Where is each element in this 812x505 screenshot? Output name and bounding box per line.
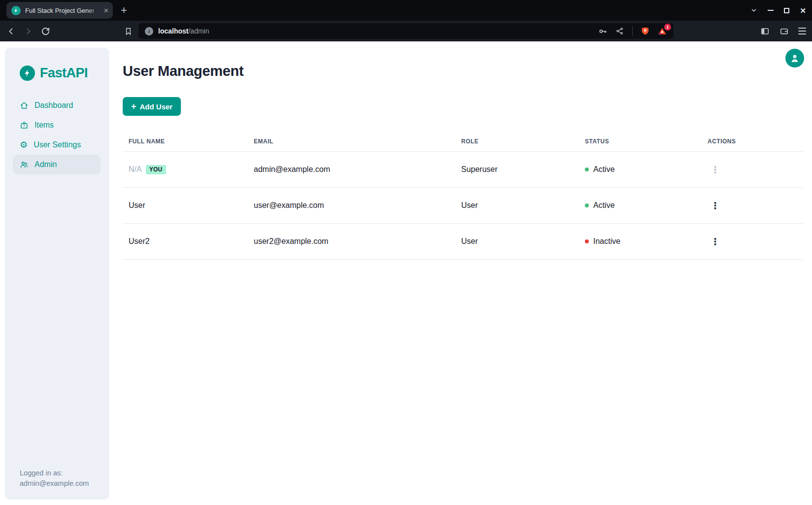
url-bar[interactable]: i localhost/admin 1 bbox=[138, 23, 674, 39]
add-user-button[interactable]: + Add User bbox=[123, 97, 181, 116]
tab-close-icon[interactable]: ✕ bbox=[103, 7, 109, 14]
sidebar: FastAPI Dashboard Items ⚙ User Settings bbox=[5, 48, 109, 500]
status-dot-inactive bbox=[585, 239, 589, 243]
fastapi-logo: FastAPI bbox=[20, 66, 109, 81]
page-title: User Management bbox=[123, 41, 803, 79]
cell-role: User bbox=[455, 237, 579, 246]
column-header-email: EMAIL bbox=[248, 138, 455, 145]
cell-full-name: User2 bbox=[123, 237, 248, 246]
rewards-notification-badge: 1 bbox=[664, 24, 671, 31]
column-header-role: ROLE bbox=[455, 138, 579, 145]
brave-rewards-icon[interactable]: 1 bbox=[657, 27, 667, 36]
url-text[interactable]: localhost/admin bbox=[158, 27, 209, 35]
toolbar-divider bbox=[632, 26, 633, 36]
cell-full-name: N/A YOU bbox=[123, 165, 248, 174]
cell-email: user@example.com bbox=[248, 201, 455, 210]
logged-in-email: admin@example.com bbox=[20, 478, 89, 489]
cell-email: user2@example.com bbox=[248, 237, 455, 246]
cell-email: admin@example.com bbox=[248, 165, 455, 174]
column-header-full-name: FULL NAME bbox=[123, 138, 248, 145]
person-icon bbox=[789, 53, 800, 64]
url-host: localhost bbox=[158, 27, 188, 35]
back-icon[interactable] bbox=[6, 26, 16, 36]
add-user-label: Add User bbox=[140, 102, 173, 111]
status-value: Active bbox=[593, 165, 615, 174]
row-actions-menu-icon[interactable]: ⋮ bbox=[702, 236, 803, 247]
logged-in-label: Logged in as: bbox=[20, 468, 89, 478]
cell-role: User bbox=[455, 201, 579, 210]
full-name-value: N/A bbox=[129, 165, 142, 174]
sidebar-item-label: Admin bbox=[34, 160, 57, 169]
new-tab-button[interactable]: + bbox=[121, 5, 127, 16]
cell-status: Inactive bbox=[579, 237, 702, 246]
table-row: N/A YOU admin@example.com Superuser Acti… bbox=[123, 152, 803, 188]
tab-title-fade bbox=[87, 2, 100, 19]
user-avatar-button[interactable] bbox=[785, 49, 804, 67]
main-area: User Management + Add User FULL NAME EMA… bbox=[123, 41, 812, 260]
browser-toolbar: i localhost/admin 1 bbox=[0, 21, 812, 41]
table-header-row: FULL NAME EMAIL ROLE STATUS ACTIONS bbox=[123, 132, 803, 152]
fastapi-bolt-icon bbox=[20, 66, 35, 81]
reload-icon[interactable] bbox=[40, 26, 50, 36]
password-key-icon[interactable] bbox=[598, 26, 608, 36]
sidebar-item-label: Items bbox=[34, 121, 54, 130]
wallet-icon[interactable] bbox=[779, 26, 789, 36]
status-dot-active bbox=[585, 203, 589, 207]
logged-in-footer: Logged in as: admin@example.com bbox=[20, 468, 89, 489]
sidebar-item-label: Dashboard bbox=[34, 101, 73, 110]
cell-full-name: User bbox=[123, 201, 248, 210]
browser-tab[interactable]: Full Stack Project Genera ✕ bbox=[6, 2, 113, 19]
logo-text: FastAPI bbox=[40, 66, 88, 81]
window-maximize-icon[interactable] bbox=[784, 8, 789, 13]
forward-icon[interactable] bbox=[23, 26, 33, 36]
menu-hamburger-icon[interactable] bbox=[798, 28, 806, 34]
status-value: Active bbox=[593, 201, 615, 210]
table-row: User user@example.com User Active ⋮ bbox=[123, 188, 803, 224]
browser-tab-bar: Full Stack Project Genera ✕ + ✕ bbox=[0, 0, 812, 21]
cell-status: Active bbox=[579, 165, 702, 174]
site-info-icon[interactable]: i bbox=[145, 27, 153, 35]
sidebar-item-dashboard[interactable]: Dashboard bbox=[13, 96, 101, 115]
status-dot-active bbox=[585, 168, 589, 171]
sidebar-item-label: User Settings bbox=[34, 140, 81, 149]
sidebar-item-user-settings[interactable]: ⚙ User Settings bbox=[13, 135, 101, 155]
column-header-status: STATUS bbox=[579, 138, 702, 145]
sidebar-item-items[interactable]: Items bbox=[13, 115, 101, 135]
plus-icon: + bbox=[131, 102, 136, 111]
sidebar-nav: Dashboard Items ⚙ User Settings Admin bbox=[5, 96, 109, 174]
page-content: FastAPI Dashboard Items ⚙ User Settings bbox=[0, 41, 812, 505]
home-icon bbox=[20, 101, 29, 110]
users-table: FULL NAME EMAIL ROLE STATUS ACTIONS N/A … bbox=[123, 132, 803, 260]
bookmark-icon[interactable] bbox=[123, 26, 133, 36]
sidebar-panel-icon[interactable] bbox=[760, 26, 770, 36]
window-menu-chevron-icon[interactable] bbox=[750, 7, 757, 14]
share-icon[interactable] bbox=[615, 26, 625, 36]
url-path: /admin bbox=[188, 27, 209, 35]
sidebar-item-admin[interactable]: Admin bbox=[13, 155, 101, 174]
fastapi-favicon-icon bbox=[11, 6, 21, 15]
users-icon bbox=[20, 160, 29, 169]
status-value: Inactive bbox=[593, 237, 620, 246]
briefcase-icon bbox=[20, 121, 29, 130]
row-actions-menu-icon[interactable]: ⋮ bbox=[702, 200, 803, 211]
cell-status: Active bbox=[579, 201, 702, 210]
table-row: User2 user2@example.com User Inactive ⋮ bbox=[123, 224, 803, 260]
you-badge: YOU bbox=[146, 165, 166, 174]
cell-role: Superuser bbox=[455, 165, 579, 174]
tab-title: Full Stack Project Genera bbox=[25, 7, 94, 14]
column-header-actions: ACTIONS bbox=[702, 138, 803, 145]
gear-icon: ⚙ bbox=[20, 140, 28, 149]
window-close-icon[interactable]: ✕ bbox=[800, 7, 806, 14]
row-actions-menu-icon: ⋮ bbox=[702, 164, 803, 175]
window-minimize-icon[interactable] bbox=[768, 10, 774, 11]
brave-shield-icon[interactable] bbox=[640, 26, 650, 36]
